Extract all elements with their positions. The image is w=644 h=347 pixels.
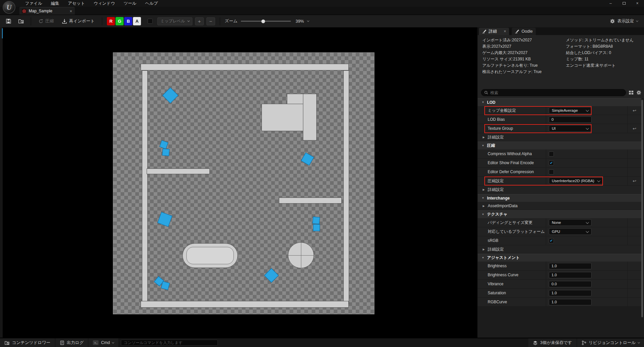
texture-viewport[interactable] bbox=[3, 27, 477, 338]
menu-item-3[interactable]: ウィンドウ bbox=[89, 0, 119, 7]
prop-checkbox-editor-defer-compression[interactable] bbox=[549, 169, 554, 175]
browse-to-asset-button[interactable] bbox=[16, 17, 26, 26]
settings-gear-icon[interactable] bbox=[636, 90, 641, 95]
info-line: フォーマット: B8G8R8A8 bbox=[566, 44, 643, 49]
map-object-blue bbox=[159, 140, 168, 149]
prop-checkbox-srgb[interactable]: ✔ bbox=[549, 238, 554, 243]
info-line: メソッド: ストリームされていません bbox=[566, 37, 643, 43]
prop-dropdown-mip-gen-settings[interactable]: SimpleAverage bbox=[549, 107, 592, 114]
grid-view-icon[interactable] bbox=[629, 90, 634, 95]
details-panel: 詳細 × Oodle インポート済み:2027x2027表示:2027x2027… bbox=[477, 27, 644, 338]
search-icon bbox=[484, 90, 488, 95]
prop-row-supported-platforms: 対応しているプラットフォームGPU bbox=[478, 227, 641, 236]
scrollbar-thumb[interactable] bbox=[641, 100, 643, 317]
prop-dropdown-texture-group[interactable]: UI bbox=[549, 125, 592, 132]
tab-details[interactable]: 詳細 × bbox=[479, 28, 509, 35]
prop-label: Brightness Curve bbox=[478, 271, 546, 279]
output-log-button[interactable]: 出力ログ bbox=[55, 338, 88, 347]
prop-row-advanced-compression[interactable]: ▶詳細設定 bbox=[478, 186, 641, 194]
minimize-button[interactable]: – bbox=[604, 0, 617, 7]
reset-to-default-icon[interactable]: ↩ bbox=[633, 108, 636, 113]
section-header-texture[interactable]: ▼テクスチャ bbox=[478, 210, 641, 218]
prop-label-text: Texture Group bbox=[488, 126, 513, 131]
menu-item-5[interactable]: ヘルプ bbox=[141, 0, 162, 7]
menu-item-2[interactable]: アセット bbox=[63, 0, 89, 7]
mip-plus-button[interactable]: + bbox=[195, 17, 204, 25]
tab-close-icon[interactable]: × bbox=[69, 9, 72, 14]
map-furniture bbox=[279, 198, 342, 204]
revision-control-button[interactable]: リビジョンコントロール bbox=[577, 338, 644, 347]
blue-channel-button[interactable]: B bbox=[124, 17, 132, 25]
prop-input-lod-bias[interactable]: 0 bbox=[549, 116, 592, 123]
prop-row-asset-import-data[interactable]: ▶AssetImportData bbox=[478, 202, 641, 210]
prop-row-advanced-lod[interactable]: ▶詳細設定 bbox=[478, 133, 641, 141]
mip-level-dropdown[interactable]: ミップレベル bbox=[157, 17, 192, 25]
content-drawer-button[interactable]: コンテンツドロワー bbox=[0, 338, 55, 347]
prop-input-brightness-curve[interactable]: 1.0 bbox=[549, 272, 592, 278]
maximize-button[interactable] bbox=[617, 0, 631, 7]
chevron-down-icon bbox=[597, 179, 601, 182]
reset-cell bbox=[627, 298, 641, 306]
green-channel-button[interactable]: G bbox=[116, 17, 124, 25]
prop-dropdown-supported-platforms[interactable]: GPU bbox=[549, 228, 592, 235]
prop-input-vibrance[interactable]: 0.0 bbox=[549, 281, 592, 287]
mip-minus-button[interactable]: − bbox=[206, 17, 215, 25]
section-header-compression[interactable]: ▼圧縮 bbox=[478, 141, 641, 149]
prop-input-rgb-curve[interactable]: 1.0 bbox=[549, 299, 592, 305]
prop-dropdown-padding-and-resizing[interactable]: None bbox=[549, 219, 592, 226]
unsaved-assets-button[interactable]: 3個が未保存です bbox=[528, 338, 576, 347]
prop-checkbox-compress-without-alpha[interactable] bbox=[549, 151, 554, 156]
menu-item-4[interactable]: ツール bbox=[119, 0, 141, 7]
cmd-button[interactable]: >_ Cmd bbox=[89, 338, 118, 347]
prop-label-text: 対応しているプラットフォーム bbox=[488, 229, 545, 235]
texture-preview bbox=[113, 52, 374, 314]
zoom-slider[interactable] bbox=[241, 21, 291, 22]
menu-item-0[interactable]: ファイル bbox=[21, 0, 46, 7]
prop-row-padding-and-resizing: パディングとサイズ変更None bbox=[478, 218, 641, 227]
section-header-interchange[interactable]: ▼Interchange bbox=[478, 194, 641, 202]
console-command-input[interactable] bbox=[121, 340, 218, 346]
reimport-button[interactable]: 再インポート bbox=[59, 17, 97, 26]
channel-buttons: RGBA bbox=[107, 17, 142, 25]
status-bar: コンテンツドロワー 出力ログ >_ Cmd 3個が未保存です リビジョンコントロ… bbox=[0, 338, 644, 347]
prop-row-vibrance: Vibrance0.0 bbox=[478, 280, 641, 289]
prop-row-advanced-texture[interactable]: ▶詳細設定 bbox=[478, 245, 641, 254]
revision-control-label: リビジョンコントロール bbox=[589, 340, 636, 346]
prop-checkbox-editor-show-final-encode[interactable]: ✔ bbox=[549, 160, 554, 165]
compress-button[interactable]: 圧縮 bbox=[36, 17, 56, 26]
chevron-down-icon bbox=[586, 108, 589, 112]
reset-to-default-icon[interactable]: ↩ bbox=[633, 179, 636, 184]
search-box[interactable] bbox=[481, 89, 626, 96]
prop-row-saturation: Saturation1.0 bbox=[478, 289, 641, 298]
mip-level-checkbox[interactable] bbox=[148, 19, 153, 24]
dropdown-value: None bbox=[552, 221, 561, 225]
tab-details-close-icon[interactable]: × bbox=[504, 29, 506, 34]
save-button[interactable] bbox=[3, 17, 13, 26]
toolbar-separator bbox=[220, 17, 220, 25]
alpha-channel-button[interactable]: A bbox=[133, 17, 141, 25]
prop-row-lod-bias: LOD Bias0 bbox=[478, 115, 641, 124]
tab-oodle[interactable]: Oodle bbox=[512, 28, 535, 35]
view-settings-button[interactable]: 表示設定 bbox=[610, 18, 641, 24]
asset-tab-map-sample[interactable]: Map_Sample × bbox=[19, 7, 75, 15]
section-header-adjustments[interactable]: ▼アジャストメント bbox=[478, 254, 641, 262]
red-channel-button[interactable]: R bbox=[107, 17, 115, 25]
prop-value: 1.0 bbox=[546, 272, 592, 278]
map-object-blue bbox=[301, 152, 314, 165]
prop-label-text: Saturation bbox=[488, 291, 506, 295]
prop-input-saturation[interactable]: 1.0 bbox=[549, 290, 592, 296]
prop-row-brightness: Brightness1.0 bbox=[478, 262, 641, 271]
section-title: テクスチャ bbox=[487, 212, 507, 217]
chevron-down-icon[interactable] bbox=[307, 20, 309, 22]
prop-label: AssetImportData bbox=[488, 204, 517, 208]
reset-to-default-icon[interactable]: ↩ bbox=[633, 126, 636, 131]
prop-label-text: sRGB bbox=[488, 238, 498, 243]
prop-dropdown-compression-settings[interactable]: UserInterface2D (RGBA) bbox=[549, 178, 603, 184]
close-button[interactable]: × bbox=[631, 0, 644, 7]
prop-input-brightness[interactable]: 1.0 bbox=[549, 263, 592, 269]
search-input[interactable] bbox=[490, 90, 623, 95]
section-header-lod[interactable]: ▼LOD bbox=[478, 98, 641, 106]
reimport-icon bbox=[62, 19, 67, 24]
zoom-slider-handle[interactable] bbox=[262, 19, 265, 23]
menu-item-1[interactable]: 編集 bbox=[46, 0, 63, 7]
